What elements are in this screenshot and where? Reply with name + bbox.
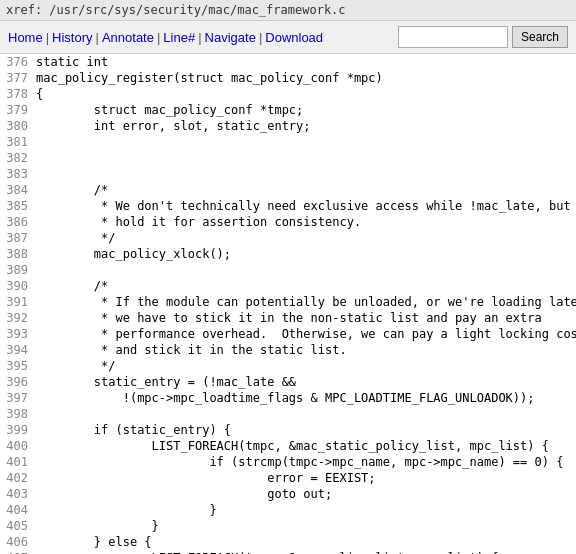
search-box: Search <box>398 26 568 48</box>
line-number: 407 <box>0 550 36 554</box>
line-content: * We don't technically need exclusive ac… <box>36 198 571 214</box>
table-row: 405 } <box>0 518 576 534</box>
table-row: 384 /* <box>0 182 576 198</box>
line-content: LIST_FOREACH(tmpc, &mac_policy_list, mpc… <box>36 550 498 554</box>
table-row: 381 <box>0 134 576 150</box>
line-content: static_entry = (!mac_late && <box>36 374 296 390</box>
line-number: 401 <box>0 454 36 470</box>
table-row: 377mac_policy_register(struct mac_policy… <box>0 70 576 86</box>
line-number: 391 <box>0 294 36 310</box>
table-row: 398 <box>0 406 576 422</box>
table-row: 378{ <box>0 86 576 102</box>
table-row: 379 struct mac_policy_conf *tmpc; <box>0 102 576 118</box>
table-row: 389 <box>0 262 576 278</box>
table-row: 392 * we have to stick it in the non-sta… <box>0 310 576 326</box>
line-number: 382 <box>0 150 36 166</box>
table-row: 406 } else { <box>0 534 576 550</box>
line-content: LIST_FOREACH(tmpc, &mac_static_policy_li… <box>36 438 549 454</box>
nav-sep-5: | <box>259 30 262 45</box>
nav-navigate[interactable]: Navigate <box>205 30 256 45</box>
table-row: 385 * We don't technically need exclusiv… <box>0 198 576 214</box>
table-row: 393 * performance overhead. Otherwise, w… <box>0 326 576 342</box>
table-row: 391 * If the module can potentially be u… <box>0 294 576 310</box>
line-number: 385 <box>0 198 36 214</box>
line-number: 403 <box>0 486 36 502</box>
line-content: * hold it for assertion consistency. <box>36 214 361 230</box>
line-content: mac_policy_xlock(); <box>36 246 231 262</box>
line-content: int error, slot, static_entry; <box>36 118 311 134</box>
nav-download[interactable]: Download <box>265 30 323 45</box>
nav-sep-3: | <box>157 30 160 45</box>
line-number: 392 <box>0 310 36 326</box>
table-row: 399 if (static_entry) { <box>0 422 576 438</box>
nav-sep-4: | <box>198 30 201 45</box>
line-number: 406 <box>0 534 36 550</box>
line-number: 384 <box>0 182 36 198</box>
nav-annotate[interactable]: Annotate <box>102 30 154 45</box>
table-row: 387 */ <box>0 230 576 246</box>
line-number: 388 <box>0 246 36 262</box>
line-number: 394 <box>0 342 36 358</box>
line-content: if (static_entry) { <box>36 422 231 438</box>
line-number: 378 <box>0 86 36 102</box>
table-row: 390 /* <box>0 278 576 294</box>
line-number: 383 <box>0 166 36 182</box>
nav-sep-2: | <box>96 30 99 45</box>
line-content: { <box>36 86 43 102</box>
line-number: 390 <box>0 278 36 294</box>
line-number: 380 <box>0 118 36 134</box>
line-number: 399 <box>0 422 36 438</box>
line-content: !(mpc->mpc_loadtime_flags & MPC_LOADTIME… <box>36 390 535 406</box>
line-content: } else { <box>36 534 152 550</box>
table-row: 407 LIST_FOREACH(tmpc, &mac_policy_list,… <box>0 550 576 554</box>
table-row: 395 */ <box>0 358 576 374</box>
line-content: if (strcmp(tmpc->mpc_name, mpc->mpc_name… <box>36 454 563 470</box>
code-area: 376static int377mac_policy_register(stru… <box>0 54 576 554</box>
nav-history[interactable]: History <box>52 30 92 45</box>
line-content: /* <box>36 278 108 294</box>
line-content: * we have to stick it in the non-static … <box>36 310 542 326</box>
line-content: } <box>36 518 159 534</box>
line-content: static int <box>36 54 108 70</box>
line-number: 387 <box>0 230 36 246</box>
table-row: 394 * and stick it in the static list. <box>0 342 576 358</box>
line-number: 398 <box>0 406 36 422</box>
nav-bar: Home | History | Annotate | Line# | Navi… <box>0 21 576 54</box>
line-content: mac_policy_register(struct mac_policy_co… <box>36 70 383 86</box>
line-content: * and stick it in the static list. <box>36 342 347 358</box>
table-row: 376static int <box>0 54 576 70</box>
nav-home[interactable]: Home <box>8 30 43 45</box>
line-number: 389 <box>0 262 36 278</box>
table-row: 402 error = EEXIST; <box>0 470 576 486</box>
line-number: 386 <box>0 214 36 230</box>
line-number: 395 <box>0 358 36 374</box>
line-content: * If the module can potentially be unloa… <box>36 294 576 310</box>
table-row: 380 int error, slot, static_entry; <box>0 118 576 134</box>
line-content: error = EEXIST; <box>36 470 376 486</box>
table-row: 396 static_entry = (!mac_late && <box>0 374 576 390</box>
table-row: 388 mac_policy_xlock(); <box>0 246 576 262</box>
table-row: 397 !(mpc->mpc_loadtime_flags & MPC_LOAD… <box>0 390 576 406</box>
table-row: 400 LIST_FOREACH(tmpc, &mac_static_polic… <box>0 438 576 454</box>
search-input[interactable] <box>398 26 508 48</box>
line-number: 397 <box>0 390 36 406</box>
line-content: struct mac_policy_conf *tmpc; <box>36 102 303 118</box>
title-bar: xref: /usr/src/sys/security/mac/mac_fram… <box>0 0 576 21</box>
table-row: 383 <box>0 166 576 182</box>
line-content: */ <box>36 230 115 246</box>
table-row: 403 goto out; <box>0 486 576 502</box>
line-number: 381 <box>0 134 36 150</box>
line-content: */ <box>36 358 115 374</box>
table-row: 386 * hold it for assertion consistency. <box>0 214 576 230</box>
table-row: 401 if (strcmp(tmpc->mpc_name, mpc->mpc_… <box>0 454 576 470</box>
line-number: 376 <box>0 54 36 70</box>
line-content: } <box>36 502 217 518</box>
line-number: 379 <box>0 102 36 118</box>
line-number: 377 <box>0 70 36 86</box>
line-number: 402 <box>0 470 36 486</box>
title-text: xref: /usr/src/sys/security/mac/mac_fram… <box>6 3 346 17</box>
line-content: goto out; <box>36 486 332 502</box>
nav-sep-1: | <box>46 30 49 45</box>
search-button[interactable]: Search <box>512 26 568 48</box>
nav-lineno[interactable]: Line# <box>163 30 195 45</box>
